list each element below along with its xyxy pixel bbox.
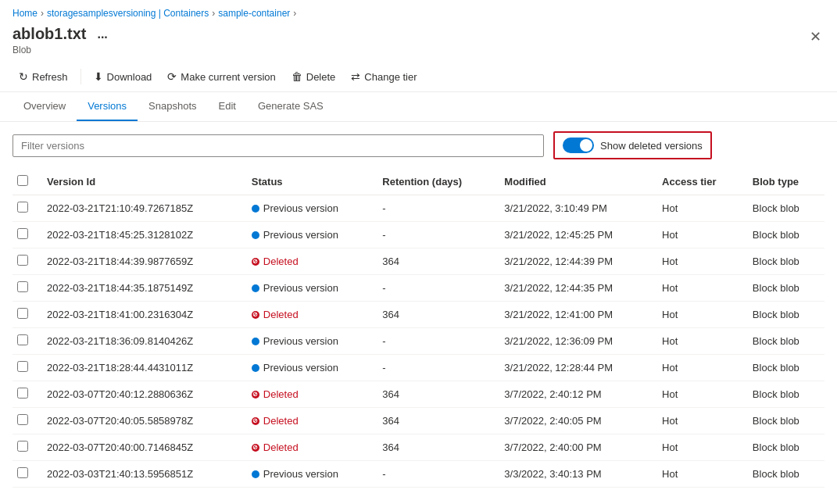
row-checkbox[interactable] [17,255,28,266]
table-row: 2022-03-07T20:40:12.2880636Z⊘Deleted3643… [13,381,824,408]
row-checkbox[interactable] [17,467,28,478]
status-dot: ⊘ [252,417,259,425]
status-cell: Previous version [242,222,373,248]
blob-type-cell: Block blob [743,434,824,461]
version-id-cell: 2022-03-21T21:10:49.7267185Z [38,195,242,222]
tab-overview[interactable]: Overview [13,92,77,121]
row-checkbox-cell [13,381,38,408]
table-row: 2022-03-21T18:45:25.3128102ZPrevious ver… [13,222,824,248]
filter-versions-input[interactable] [13,134,544,157]
row-checkbox[interactable] [17,414,28,425]
retention-cell: 364 [373,381,495,408]
modified-cell: 3/3/2022, 3:40:13 PM [495,461,653,488]
row-checkbox[interactable] [17,441,28,452]
table-header-row: Version Id Status Retention (days) Modif… [13,169,824,195]
version-id-cell: 2022-03-21T18:44:39.9877659Z [38,248,242,275]
show-deleted-toggle[interactable] [563,138,594,153]
row-checkbox[interactable] [17,202,28,213]
version-id-cell: 2022-03-21T18:44:35.1875149Z [38,275,242,302]
access-tier-cell: Hot [653,195,743,222]
status-badge: Previous version [252,202,363,214]
content-area: Show deleted versions Version Id Status … [0,122,837,497]
status-dot: ⊘ [252,258,259,266]
table-row: 2022-03-21T18:28:44.4431011ZPrevious ver… [13,355,824,381]
modified-cell: 3/7/2022, 2:40:00 PM [495,434,653,461]
modified-cell: 3/21/2022, 3:10:49 PM [495,195,653,222]
refresh-button[interactable]: ↻ Refresh [13,66,74,87]
row-checkbox-cell [13,328,38,355]
tab-snapshots[interactable]: Snapshots [138,92,207,121]
row-checkbox-cell [13,461,38,488]
change-tier-button[interactable]: ⇄ Change tier [345,66,423,87]
tab-edit[interactable]: Edit [208,92,247,121]
retention-cell: - [373,355,495,381]
col-status: Status [242,169,373,195]
breadcrumb-storage[interactable]: storagesamplesversioning | Containers [47,8,209,19]
row-checkbox[interactable] [17,334,28,345]
more-options-button[interactable]: ... [92,26,112,43]
row-checkbox[interactable] [17,388,28,399]
status-dot [252,284,259,292]
status-badge: ⊘Deleted [252,415,363,427]
status-dot [252,231,259,239]
select-all-checkbox[interactable] [17,175,28,186]
table-row: 2022-03-21T18:44:39.9877659Z⊘Deleted3643… [13,248,824,275]
breadcrumb-home[interactable]: Home [13,8,38,19]
tab-generate-sas[interactable]: Generate SAS [247,92,334,121]
breadcrumb-container[interactable]: sample-container [218,8,290,19]
row-checkbox-cell [13,248,38,275]
access-tier-cell: Hot [653,328,743,355]
blob-type-cell: Block blob [743,195,824,222]
delete-button[interactable]: 🗑 Delete [285,66,342,87]
table-row: 2022-03-21T18:36:09.8140426ZPrevious ver… [13,328,824,355]
access-tier-cell: Hot [653,355,743,381]
access-tier-cell: Hot [653,222,743,248]
status-badge: Previous version [252,362,363,374]
status-badge: ⊘Deleted [252,441,363,453]
blob-type-cell: Block blob [743,408,824,434]
make-current-icon: ⟳ [167,70,177,83]
blob-type-cell: Block blob [743,275,824,302]
toggle-slider [563,138,594,153]
status-badge: ⊘Deleted [252,388,363,400]
page-title: ablob1.txt [13,25,86,43]
modified-cell: 3/21/2022, 12:45:25 PM [495,222,653,248]
col-version-id: Version Id [38,169,242,195]
status-badge: ⊘Deleted [252,309,363,320]
row-checkbox-cell [13,408,38,434]
tabs: Overview Versions Snapshots Edit Generat… [0,92,837,122]
modified-cell: 3/21/2022, 12:41:00 PM [495,302,653,328]
status-dot [252,205,259,213]
retention-cell: 364 [373,408,495,434]
status-badge: Previous version [252,468,363,480]
row-checkbox[interactable] [17,361,28,372]
blob-type-cell: Block blob [743,222,824,248]
row-checkbox[interactable] [17,281,28,292]
row-checkbox-cell [13,434,38,461]
version-id-cell: 2022-03-07T20:40:05.5858978Z [38,408,242,434]
table-row: 2022-03-07T20:40:05.5858978Z⊘Deleted3643… [13,408,824,434]
filter-row: Show deleted versions [13,131,824,159]
row-checkbox[interactable] [17,308,28,319]
access-tier-cell: Hot [653,408,743,434]
table-row: 2022-03-21T18:41:00.2316304Z⊘Deleted3643… [13,302,824,328]
download-button[interactable]: ⬇ Download [88,66,159,87]
refresh-icon: ↻ [19,70,28,83]
row-checkbox[interactable] [17,228,28,239]
status-badge: Previous version [252,229,363,241]
col-retention: Retention (days) [373,169,495,195]
close-button[interactable]: ✕ [807,25,824,48]
row-checkbox-cell [13,275,38,302]
retention-cell: - [373,461,495,488]
col-blob-type: Blob type [743,169,824,195]
header: ablob1.txt ... Blob ✕ [0,22,837,62]
status-cell: ⊘Deleted [242,381,373,408]
access-tier-cell: Hot [653,275,743,302]
row-checkbox-cell [13,355,38,381]
table-row: 2022-03-07T20:40:00.7146845Z⊘Deleted3643… [13,434,824,461]
version-id-cell: 2022-03-21T18:41:00.2316304Z [38,302,242,328]
blob-type-cell: Block blob [743,381,824,408]
make-current-version-button[interactable]: ⟳ Make current version [161,66,281,87]
status-badge: ⊘Deleted [252,256,363,267]
tab-versions[interactable]: Versions [77,92,138,121]
